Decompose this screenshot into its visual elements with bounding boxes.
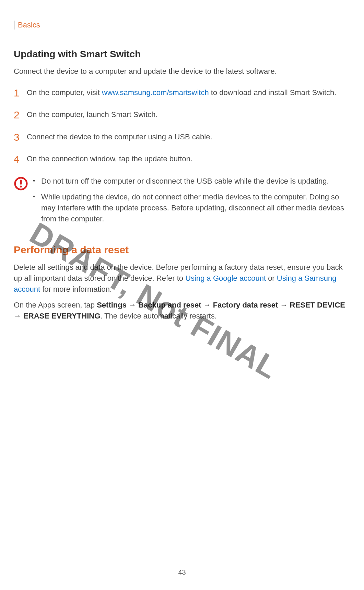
page-number: 43 bbox=[0, 568, 364, 576]
caution-item: • Do not turn off the computer or discon… bbox=[33, 176, 350, 187]
page: Basics Updating with Smart Switch Connec… bbox=[0, 0, 364, 590]
step-text: Connect the device to the computer using… bbox=[27, 131, 350, 142]
step-number: 3 bbox=[14, 131, 27, 143]
caution-text: Do not turn off the computer or disconne… bbox=[41, 176, 350, 187]
path-erase-everything: ERASE EVERYTHING bbox=[23, 312, 100, 320]
caution-icon-wrap bbox=[14, 176, 33, 192]
path-settings: Settings bbox=[97, 301, 127, 309]
reset-paragraph-2: On the Apps screen, tap Settings → Backu… bbox=[14, 300, 350, 322]
caution-text: While updating the device, do not connec… bbox=[41, 192, 350, 224]
step-text-post: to download and install Smart Switch. bbox=[209, 88, 337, 97]
p1-b: or bbox=[266, 274, 277, 282]
p2-c: . The device automatically restarts. bbox=[100, 312, 217, 320]
caution-list: • Do not turn off the computer or discon… bbox=[33, 176, 350, 229]
step-3: 3 Connect the device to the computer usi… bbox=[14, 131, 350, 143]
p2-a: On the Apps screen, tap bbox=[14, 301, 97, 309]
caution-icon bbox=[14, 186, 28, 192]
steps-list: 1 On the computer, visit www.samsung.com… bbox=[14, 87, 350, 165]
caution-item: • While updating the device, do not conn… bbox=[33, 192, 350, 224]
step-2: 2 On the computer, launch Smart Switch. bbox=[14, 109, 350, 121]
step-number: 2 bbox=[14, 109, 27, 121]
step-number: 4 bbox=[14, 153, 27, 165]
bullet-dot-icon: • bbox=[33, 192, 41, 202]
intro-text: Connect the device to a computer and upd… bbox=[14, 66, 350, 77]
google-account-link[interactable]: Using a Google account bbox=[185, 274, 266, 282]
step-text: On the computer, launch Smart Switch. bbox=[27, 109, 350, 120]
header-bar: Basics bbox=[14, 21, 350, 30]
step-number: 1 bbox=[14, 87, 27, 99]
heading-updating: Updating with Smart Switch bbox=[14, 49, 350, 60]
svg-rect-1 bbox=[20, 180, 22, 184]
bullet-dot-icon: • bbox=[33, 176, 41, 186]
svg-point-2 bbox=[20, 185, 22, 187]
step-text: On the computer, visit www.samsung.com/s… bbox=[27, 87, 350, 98]
path-factory-reset: Factory data reset bbox=[213, 301, 278, 309]
step-1: 1 On the computer, visit www.samsung.com… bbox=[14, 87, 350, 99]
caution-box: • Do not turn off the computer or discon… bbox=[14, 176, 350, 229]
step-text: On the connection window, tap the update… bbox=[27, 153, 350, 164]
reset-paragraph-1: Delete all settings and data on the devi… bbox=[14, 262, 350, 295]
arrow: → bbox=[278, 301, 290, 309]
arrow: → bbox=[14, 312, 23, 320]
p1-c: for more information. bbox=[40, 285, 112, 293]
heading-reset: Performing a data reset bbox=[14, 244, 350, 256]
path-backup-reset: Backup and reset bbox=[138, 301, 201, 309]
arrow: → bbox=[201, 301, 213, 309]
section-label: Basics bbox=[18, 21, 40, 29]
path-reset-device: RESET DEVICE bbox=[290, 301, 345, 309]
step-text-pre: On the computer, visit bbox=[27, 88, 102, 97]
step-4: 4 On the connection window, tap the upda… bbox=[14, 153, 350, 165]
arrow: → bbox=[127, 301, 138, 309]
smartswitch-link[interactable]: www.samsung.com/smartswitch bbox=[102, 88, 209, 97]
